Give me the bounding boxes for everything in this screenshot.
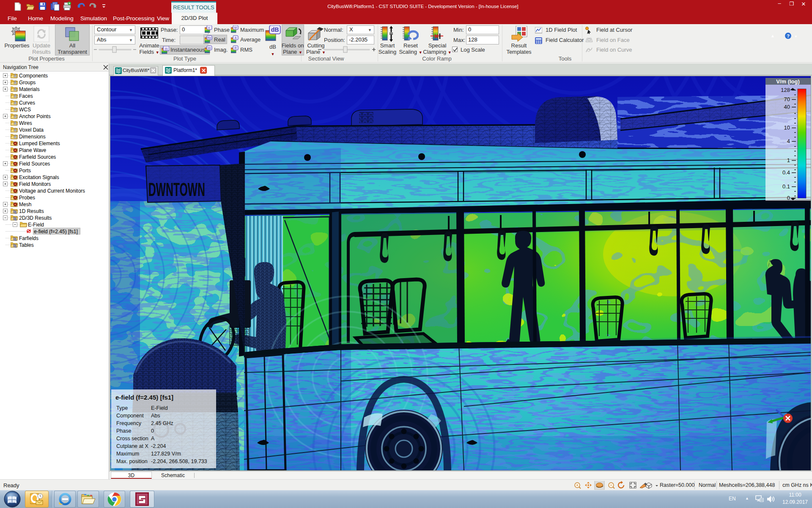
svg-text:A: A	[151, 436, 155, 442]
svg-text:E-Field: E-Field	[151, 405, 168, 411]
svg-text:Phase: Phase	[116, 428, 131, 434]
svg-text:Im: Im	[208, 47, 211, 50]
svg-text:Re: Re	[208, 36, 211, 39]
svg-text:Cutplane at X: Cutplane at X	[116, 443, 148, 449]
svg-text:Max. position: Max. position	[116, 458, 148, 464]
svg-text:127.829 V/m: 127.829 V/m	[151, 451, 181, 457]
svg-text:Component: Component	[116, 413, 144, 419]
svg-text:R: R	[234, 47, 236, 50]
svg-text:(t): (t)	[165, 47, 168, 51]
svg-text:0.1: 0.1	[782, 183, 790, 190]
svg-text:2.45 GHz: 2.45 GHz	[151, 420, 173, 426]
svg-text:0: 0	[787, 195, 790, 201]
svg-text:0: 0	[151, 428, 154, 434]
svg-text:-2.204: -2.204	[151, 443, 166, 449]
svg-text:?: ?	[787, 33, 790, 39]
svg-text:Cross section: Cross section	[116, 436, 148, 442]
svg-text:◐: ◐	[208, 26, 211, 30]
svg-text:Abs: Abs	[151, 413, 160, 419]
svg-text:M: M	[234, 26, 237, 29]
svg-text:128: 128	[781, 87, 790, 93]
svg-text:0.4: 0.4	[782, 169, 790, 176]
svg-text:Type: Type	[116, 405, 128, 411]
svg-text:e-field (f=2.45) [fs1]: e-field (f=2.45) [fs1]	[115, 394, 173, 401]
svg-text:40: 40	[784, 104, 790, 110]
svg-text:dB: dB	[271, 26, 279, 33]
svg-text:Maximum: Maximum	[116, 451, 139, 457]
svg-text:10: 10	[784, 124, 790, 131]
svg-text:V/m (log): V/m (log)	[776, 78, 800, 85]
svg-text:Frequency: Frequency	[116, 420, 142, 426]
svg-text:A: A	[235, 36, 237, 39]
svg-text:-2.204, 266.508, 19.733: -2.204, 266.508, 19.733	[151, 458, 207, 464]
svg-text:4: 4	[787, 138, 790, 144]
svg-text:1: 1	[787, 157, 790, 163]
svg-text:70: 70	[784, 96, 790, 102]
svg-text:DWNTOWN: DWNTOWN	[148, 179, 205, 200]
